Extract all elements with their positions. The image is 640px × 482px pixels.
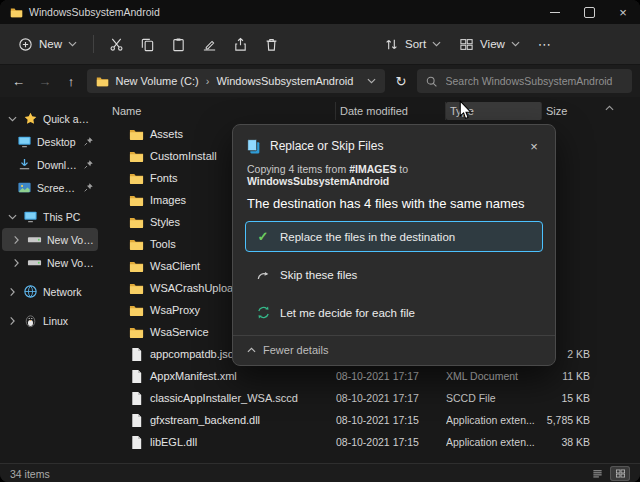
file-row[interactable]: libEGL.dll 08-10-2021 17:15 Application … [108,431,602,453]
option-replace-files[interactable]: ✓ Replace the files in the destination [245,221,543,252]
option-label: Replace the files in the destination [280,231,455,243]
close-icon: × [619,5,627,20]
folder-icon [108,303,148,318]
file-date: 08-10-2021 17:15 [336,414,446,426]
folder-icon [108,171,148,186]
refresh-button[interactable]: ↻ [390,69,411,93]
folder-icon [108,127,148,142]
close-button[interactable]: × [606,0,640,24]
up-button[interactable]: ↑ [60,69,81,93]
cut-button[interactable] [102,31,131,58]
compare-arrows-icon [255,305,271,320]
sidebar-item-new-volume-c[interactable]: New Volume (C:) [2,228,98,251]
chevron-right-icon [12,260,21,266]
refresh-icon: ↻ [395,74,406,89]
search-input[interactable] [444,74,625,88]
file-type: SCCD File [446,392,542,404]
title-bar: WindowsSubsystemAndroid × [0,0,640,24]
view-button[interactable]: View [451,31,528,58]
folder-icon [108,325,148,340]
sidebar-item-desktop[interactable]: Desktop [2,130,98,153]
file-row[interactable]: classicAppInstaller_WSA.sccd 08-10-2021 … [108,387,602,409]
details-view-icon [615,468,626,479]
file-icon [108,369,148,384]
maximize-icon [584,7,595,18]
file-type: XML Document [446,370,542,382]
file-row[interactable]: AppxManifest.xml 08-10-2021 17:17 XML Do… [108,365,602,387]
scrollbar[interactable] [602,97,616,463]
folder-icon [108,281,148,296]
file-name: libEGL.dll [148,436,336,448]
breadcrumb-segment-folder[interactable]: WindowsSubsystemAndroid [216,75,353,87]
file-size: 5,785 KB [542,414,590,426]
sidebar-item-downloads[interactable]: Downloads [2,153,98,176]
share-button[interactable] [226,31,255,58]
column-header-date-modified[interactable]: Date modified [336,102,446,120]
file-row[interactable]: gfxstream_backend.dll 08-10-2021 17:15 A… [108,409,602,431]
sidebar-item-linux[interactable]: Linux [2,309,98,332]
sidebar-item-label: Screenshots [37,182,78,194]
sidebar-item-label: Network [43,286,94,298]
option-label: Skip these files [280,269,357,281]
skip-arrow-icon [255,267,271,282]
copy-line-infix: to [396,163,408,175]
fewer-details-toggle[interactable]: Fewer details [233,335,555,365]
rename-button[interactable] [195,31,224,58]
delete-button[interactable] [257,31,286,58]
toolbar-divider [93,35,94,53]
picture-icon [16,180,32,195]
dialog-message: The destination has 4 files with the sam… [233,187,555,221]
file-type: Application exten... [446,414,542,426]
pin-icon [83,159,94,170]
folder-icon [108,149,148,164]
list-view-icon [592,468,603,479]
option-skip-files[interactable]: Skip these files [245,259,543,290]
sidebar-item-network[interactable]: Network [2,280,98,303]
sidebar-item-label: Linux [43,315,94,327]
chevron-down-icon[interactable] [367,78,376,84]
chevron-down-icon [68,41,77,47]
minimize-button[interactable] [538,0,572,24]
view-icon [459,37,474,52]
option-decide-each-file[interactable]: Let me decide for each file [245,297,543,328]
chevron-right-icon [12,237,21,243]
view-button-label: View [480,38,505,50]
drive-icon [26,255,42,270]
back-icon: ← [12,74,25,89]
sidebar-item-screenshots[interactable]: Screenshots [2,176,98,199]
back-button[interactable]: ← [8,69,29,93]
window-folder-icon [10,6,23,19]
breadcrumb-segment-drive[interactable]: New Volume (C:) [116,75,199,87]
column-header-size[interactable]: Size [542,102,590,120]
maximize-button[interactable] [572,0,606,24]
new-button[interactable]: New [10,31,85,58]
column-header-name[interactable]: Name [108,102,336,120]
folder-icon [108,237,148,252]
sidebar-item-label: This PC [43,211,94,223]
folder-icon [108,259,148,274]
location-folder-icon [96,75,109,88]
sort-icon [384,37,399,52]
sidebar-item-label: New Volume (D:) [47,257,94,269]
file-icon [108,347,148,362]
item-count: 34 items [10,468,50,480]
forward-button[interactable]: → [34,69,55,93]
explorer-window: WindowsSubsystemAndroid × New Sort View [0,0,640,482]
caption-buttons: × [538,0,640,24]
details-view-button[interactable] [610,466,630,481]
dialog-close-button[interactable]: × [521,134,547,158]
scroll-up-icon[interactable] [605,105,614,111]
sidebar-item-label: Desktop [37,136,78,148]
star-icon [22,111,38,126]
breadcrumb[interactable]: New Volume (C:) › WindowsSubsystemAndroi… [87,69,386,93]
dialog-copy-line: Copying 4 items from #IMAGES to WindowsS… [233,163,555,187]
sort-button[interactable]: Sort [376,31,449,58]
sidebar-item-new-volume-d[interactable]: New Volume (D:) [2,251,98,274]
more-options-button[interactable]: ⋯ [530,33,559,56]
copy-button[interactable] [133,31,162,58]
paste-button[interactable] [164,31,193,58]
sidebar-item-label: New Volume (C:) [47,234,94,246]
sidebar-item-this-pc[interactable]: This PC [2,205,98,228]
sidebar-item-quick-access[interactable]: Quick access [2,107,98,130]
list-view-button[interactable] [587,466,607,481]
